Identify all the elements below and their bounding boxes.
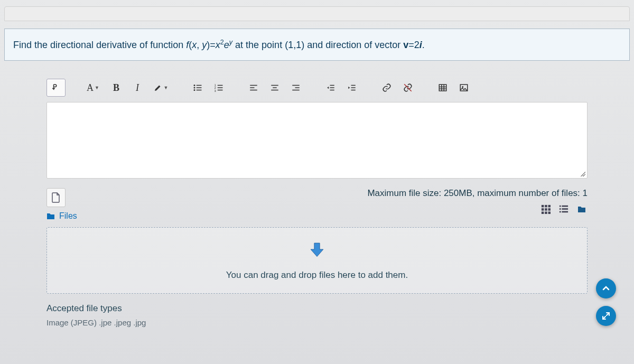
svg-rect-36 [545, 205, 547, 208]
question-end: . [422, 40, 425, 50]
download-arrow-icon [308, 240, 326, 258]
indent-icon [347, 83, 357, 92]
file-picker-button[interactable] [46, 188, 66, 207]
question-pt: (1,1) [285, 40, 304, 50]
file-icon [51, 192, 61, 203]
link-button[interactable] [377, 79, 396, 97]
indent-button[interactable] [342, 79, 361, 97]
unlink-button[interactable] [398, 79, 417, 97]
folder-icon [46, 212, 55, 220]
svg-rect-35 [542, 205, 544, 208]
files-section-toggle[interactable]: Files [46, 211, 77, 221]
file-dropzone[interactable]: You can drag and drop files here to add … [46, 227, 588, 294]
svg-text:3: 3 [215, 89, 216, 92]
svg-rect-41 [542, 212, 544, 214]
files-label-text: Files [59, 211, 77, 221]
svg-rect-47 [562, 208, 568, 210]
question-sup2: 2 [220, 39, 224, 46]
outdent-button[interactable] [321, 79, 340, 97]
question-mid2: and direction of vector [304, 40, 403, 50]
editor-section: A▼ B I ▼ 123 [4, 61, 630, 327]
question-comma: , [197, 40, 202, 50]
ordered-list-icon: 123 [214, 83, 223, 92]
svg-rect-38 [542, 208, 544, 211]
svg-rect-44 [560, 206, 561, 207]
question-x: x [192, 40, 197, 50]
svg-rect-49 [562, 211, 568, 213]
italic-label: I [136, 82, 139, 94]
bold-button[interactable]: B [107, 79, 126, 97]
list-icon [559, 204, 568, 214]
chevron-up-icon [602, 284, 610, 293]
ordered-list-button[interactable]: 123 [209, 79, 228, 97]
table-button[interactable] [433, 79, 452, 97]
svg-rect-37 [548, 205, 551, 208]
svg-point-1 [194, 87, 195, 89]
grid-view-button[interactable] [540, 204, 552, 214]
font-style-button[interactable]: A▼ [81, 79, 105, 97]
scroll-top-button[interactable] [596, 278, 616, 298]
brush-icon [153, 83, 163, 92]
question-y: y [202, 40, 207, 50]
align-left-icon [249, 83, 258, 92]
outdent-icon [326, 83, 335, 92]
paragraph-direction-button[interactable] [46, 79, 66, 97]
list-view-button[interactable] [558, 204, 570, 214]
grid-icon [541, 204, 551, 214]
question-e: e [224, 40, 229, 50]
rich-text-editor[interactable] [46, 102, 588, 179]
font-a-label: A [87, 82, 94, 94]
svg-rect-40 [548, 208, 551, 211]
bold-label: B [113, 82, 119, 94]
highlight-button[interactable]: ▼ [149, 79, 172, 97]
svg-rect-43 [548, 212, 551, 214]
upload-limits-text: Maximum file size: 250MB, maximum number… [367, 188, 588, 199]
expand-icon [602, 312, 610, 320]
fullscreen-button[interactable] [596, 306, 616, 326]
image-icon [459, 83, 469, 92]
table-icon [438, 83, 447, 92]
question-prompt: Find the directional derivative of funct… [4, 29, 630, 61]
svg-rect-46 [560, 208, 561, 210]
caret-down-icon: ▼ [164, 85, 169, 90]
question-x2: x [216, 40, 220, 50]
question-eq: = [210, 40, 216, 50]
folder-solid-icon [577, 206, 586, 213]
italic-button[interactable]: I [128, 79, 147, 97]
unordered-list-button[interactable] [188, 79, 207, 97]
question-v: v [403, 40, 408, 50]
unordered-list-icon [193, 83, 202, 92]
question-text-pre: Find the directional derivative of funct… [13, 40, 186, 50]
align-center-icon [270, 83, 279, 92]
dropzone-text: You can drag and drop files here to add … [226, 270, 408, 281]
align-center-button[interactable] [265, 79, 284, 97]
svg-rect-45 [562, 206, 568, 207]
image-button[interactable] [454, 79, 473, 97]
accepted-types-list: Image (JPEG) .jpe .jpeg .jpg [46, 318, 588, 327]
align-right-button[interactable] [286, 79, 305, 97]
svg-rect-48 [560, 211, 561, 213]
align-right-icon [291, 83, 301, 92]
svg-rect-42 [545, 212, 547, 214]
svg-point-2 [194, 89, 195, 91]
editor-toolbar: A▼ B I ▼ 123 [46, 77, 588, 99]
accepted-title: Accepted file types [46, 303, 588, 314]
svg-rect-28 [439, 85, 446, 91]
unlink-icon [403, 83, 413, 92]
align-left-button[interactable] [244, 79, 263, 97]
svg-point-0 [194, 85, 195, 86]
accepted-types-section: Accepted file types Image (JPEG) .jpe .j… [46, 303, 588, 327]
svg-rect-39 [545, 208, 547, 211]
svg-point-34 [462, 86, 463, 88]
link-icon [382, 83, 391, 92]
paragraph-direction-icon [51, 83, 61, 92]
top-header-bar [4, 6, 630, 21]
caret-down-icon: ▼ [95, 85, 99, 90]
question-eq2: =2 [408, 40, 419, 50]
tree-view-button[interactable] [576, 204, 588, 214]
question-mid: at the point [232, 40, 285, 50]
